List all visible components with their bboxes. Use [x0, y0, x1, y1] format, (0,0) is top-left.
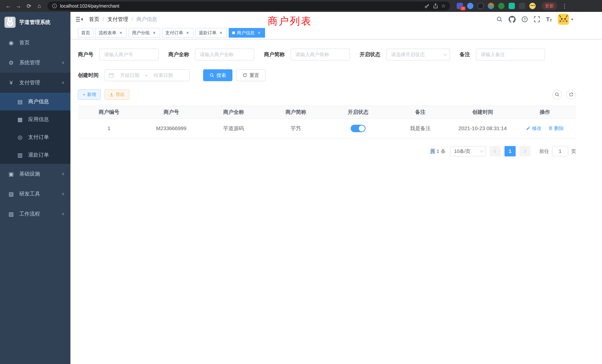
trash-icon — [548, 126, 553, 130]
tab-refund-order[interactable]: 退款订单 × — [195, 28, 227, 38]
sidebar-item-app-info[interactable]: ▦ 应用信息 — [0, 110, 70, 128]
extension-icon[interactable] — [477, 3, 484, 9]
fullscreen-icon[interactable] — [534, 16, 540, 22]
search-icon[interactable] — [496, 16, 503, 22]
sidebar-item-home[interactable]: ◉ 首页 — [0, 33, 70, 53]
full-name-label: 商户全称 — [168, 51, 189, 58]
sidebar-item-label: 支付订单 — [28, 134, 49, 141]
user-avatar-menu[interactable]: ▾ — [558, 14, 573, 25]
breadcrumb-home[interactable]: 首页 — [89, 16, 99, 23]
tab-merchant-info[interactable]: 商户信息 × — [229, 28, 265, 38]
browser-menu-icon[interactable]: ⋮ — [560, 1, 569, 10]
next-page-button[interactable] — [519, 146, 530, 156]
site-info-icon[interactable] — [52, 3, 57, 9]
table-header-row: 商户编号 商户号 商户全称 商户简称 开启状态 备注 创建时间 操作 — [78, 106, 576, 118]
breadcrumb-section[interactable]: 支付管理 — [108, 16, 128, 23]
address-bar[interactable]: localhost:1024/pay/merchant ☆ — [47, 1, 450, 10]
toolbox-icon: ▧ — [7, 191, 15, 197]
app-title: 芋道管理系统 — [19, 19, 50, 26]
github-icon[interactable] — [509, 16, 516, 23]
app-logo: 芋道管理系统 — [0, 12, 70, 33]
extension-icon[interactable] — [519, 3, 525, 9]
cell-actions: 修改 删除 — [514, 118, 576, 139]
status-select[interactable]: 请选择开启状态 — [386, 49, 450, 60]
close-icon[interactable]: × — [257, 30, 262, 35]
refresh-icon — [569, 92, 574, 97]
extension-icon[interactable] — [467, 3, 473, 9]
sidebar-item-workflow[interactable]: ▨ 工作流程 ∨ — [0, 204, 70, 224]
tab-home[interactable]: 首页 — [78, 28, 93, 38]
browser-update-button[interactable]: 更新 — [542, 2, 557, 10]
password-key-icon[interactable] — [424, 3, 430, 9]
status-label: 开启状态 — [360, 51, 380, 58]
page-size-select[interactable]: 10条/页 — [450, 146, 486, 156]
merchant-no-input[interactable] — [99, 49, 159, 60]
close-icon[interactable]: × — [152, 30, 157, 35]
col-header-status: 开启状态 — [327, 106, 389, 118]
status-toggle[interactable] — [351, 125, 366, 132]
home-icon[interactable]: ⌂ — [35, 1, 44, 10]
close-icon[interactable]: × — [118, 30, 123, 35]
bookmark-star-icon[interactable]: ☆ — [441, 3, 446, 9]
close-icon[interactable]: × — [185, 30, 190, 35]
reset-button[interactable]: 重置 — [236, 69, 265, 81]
remark-label: 备注 — [460, 51, 470, 58]
sidebar-item-infrastructure[interactable]: ▣ 基础设施 ∨ — [0, 164, 70, 184]
sidebar-item-pay-order[interactable]: ◎ 支付订单 — [0, 128, 70, 146]
browser-extensions: 10 — [454, 3, 539, 9]
extension-icon[interactable] — [509, 3, 515, 9]
sidebar-item-label: 支付管理 — [19, 79, 40, 86]
goto-page-input[interactable] — [552, 146, 568, 156]
date-start-placeholder: 开始日期 — [115, 72, 144, 79]
reload-icon[interactable]: ⟳ — [24, 1, 33, 10]
add-button[interactable]: + 新增 — [78, 89, 101, 100]
help-icon[interactable]: ? — [522, 16, 528, 22]
short-name-input[interactable] — [291, 49, 350, 60]
merchant-table: 商户编号 商户号 商户全称 商户简称 开启状态 备注 创建时间 操作 1 M23… — [78, 106, 576, 139]
sidebar-item-label: 退款订单 — [28, 151, 49, 159]
chevron-down-icon: ∨ — [62, 171, 64, 176]
sidebar-item-label: 工作流程 — [19, 210, 40, 217]
back-icon[interactable]: ← — [4, 1, 13, 10]
show-search-icon-button[interactable] — [552, 90, 562, 99]
page-number-1[interactable]: 1 — [505, 146, 516, 156]
gear-icon: ⚙ — [7, 60, 15, 66]
tab-pay-order[interactable]: 支付订单 × — [162, 28, 194, 38]
close-icon[interactable]: × — [218, 30, 224, 35]
tab-user-group[interactable]: 用户分组 × — [129, 28, 160, 38]
sidebar-item-devtools[interactable]: ▧ 研发工具 ∨ — [0, 184, 70, 204]
chevron-up-icon: ∧ — [62, 80, 64, 85]
col-header-merchant-no: 商户号 — [140, 106, 202, 118]
extension-smiley-icon[interactable] — [529, 3, 536, 9]
export-button[interactable]: 导出 — [105, 89, 129, 100]
tab-process-form[interactable]: 流程表单 × — [95, 28, 127, 38]
edit-button[interactable]: 修改 — [526, 125, 542, 132]
sidebar-item-payment[interactable]: ¥ 支付管理 ∧ — [0, 73, 70, 93]
share-icon[interactable] — [433, 3, 438, 9]
create-time-range-picker[interactable]: 开始日期 - 结束日期 — [105, 69, 190, 81]
export-button-label: 导出 — [116, 92, 125, 97]
breadcrumb-separator: / — [103, 16, 104, 22]
remark-input[interactable] — [476, 49, 545, 60]
hamburger-icon[interactable] — [76, 16, 83, 23]
delete-button[interactable]: 删除 — [548, 125, 564, 132]
extension-icon[interactable] — [498, 3, 505, 9]
full-name-input[interactable] — [195, 49, 254, 60]
refresh-table-button[interactable] — [566, 90, 576, 99]
extension-icon[interactable] — [488, 3, 494, 9]
sidebar-item-system[interactable]: ⚙ 系统管理 ∨ — [0, 53, 70, 73]
field-short-name: 商户简称 — [264, 49, 350, 60]
tab-label: 支付订单 — [165, 30, 183, 36]
delete-button-label: 删除 — [554, 125, 564, 132]
sidebar-item-merchant-info[interactable]: ▤ 商户信息 — [0, 93, 70, 110]
font-size-icon[interactable]: TT — [546, 16, 552, 22]
sidebar-item-refund-order[interactable]: ▥ 退款订单 — [0, 146, 70, 164]
table-row: 1 M233666999 芋道源码 芋艿 我是备注 2021-10-23 08:… — [78, 118, 576, 139]
tab-label: 用户分组 — [132, 30, 150, 36]
prev-page-button[interactable] — [490, 146, 501, 156]
col-header-create-time: 创建时间 — [452, 106, 514, 118]
extension-icon[interactable]: 10 — [457, 3, 463, 9]
search-button[interactable]: 搜索 — [203, 69, 232, 81]
tabs-bar: 首页 流程表单 × 用户分组 × 支付订单 × 退款订单 × 商户信息 × — [70, 27, 602, 39]
forward-icon[interactable]: → — [14, 1, 23, 10]
